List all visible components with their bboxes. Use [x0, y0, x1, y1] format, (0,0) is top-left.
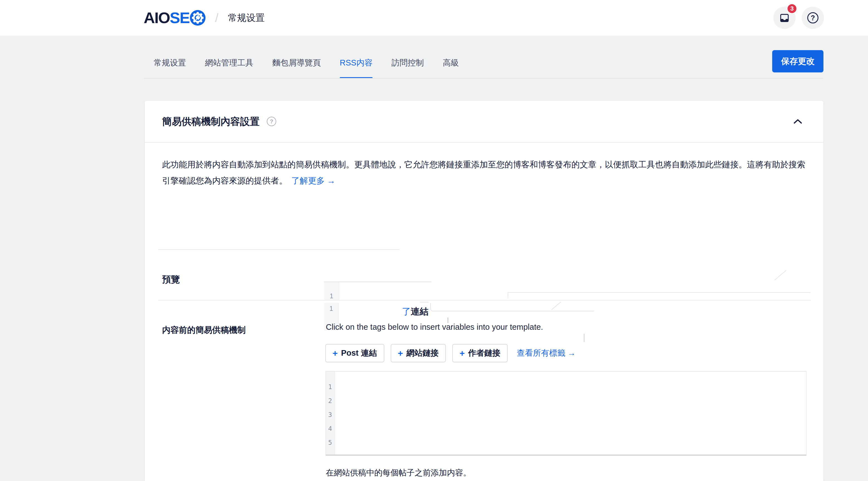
aioseo-settings-page: { "header": { "logo_prefix": "AIO", "log…	[0, 0, 868, 481]
before-content-label: 内容前的簡易供稿機制	[162, 325, 246, 336]
tag-button-label: 網站鏈接	[406, 348, 439, 359]
plus-icon: +	[460, 349, 465, 358]
settings-tabs: 常规设置 網站管理工具 麵包屑導覽頁 RSS内容 訪問控制 高級	[144, 47, 468, 79]
glitch-partial-box	[430, 303, 594, 311]
glitch-line-number-2: 1	[330, 305, 333, 312]
card-header: 簡易供稿機制內容設置 ?	[145, 101, 824, 143]
learn-more-link[interactable]: 了解更多 →	[291, 176, 335, 185]
glitch-line-number-1: 1	[330, 293, 333, 300]
tag-button-label: Post 連結	[341, 348, 377, 359]
glitch-white-box-top	[508, 292, 811, 293]
preview-label: 預覽	[162, 273, 180, 286]
breadcrumb-separator: /	[215, 11, 218, 25]
glitch-cursor-mark-1	[447, 318, 448, 323]
rss-content-settings-card: 簡易供稿機制內容設置 ? 此功能用於將内容自動添加到站點的簡易供稿機制。更具體地…	[145, 101, 824, 481]
glitch-text-blue: 了	[402, 306, 411, 317]
card-body: 此功能用於將内容自動添加到站點的簡易供稿機制。更具體地說，它允許您將鏈接重添加至…	[145, 143, 824, 481]
tab-webmaster-tools[interactable]: 網站管理工具	[195, 47, 263, 79]
gear-logo-icon	[190, 10, 206, 26]
tab-advanced[interactable]: 高級	[433, 47, 468, 79]
collapse-card-button[interactable]	[794, 119, 802, 124]
topbar-actions: 3 ?	[773, 7, 824, 29]
glitch-box-top-edge	[324, 281, 431, 282]
card-help-icon[interactable]: ?	[267, 117, 276, 126]
logo-text-accent: SE	[170, 9, 190, 26]
tag-button-label: 作者鏈接	[468, 348, 500, 359]
glitch-cursor-mark-2	[584, 334, 585, 342]
tag-buttons-row: + Post 連結 + 網站鏈接 + 作者鏈接 查看所有標籤 →	[325, 344, 576, 362]
editor-line-number: 2	[326, 394, 335, 408]
inbox-icon	[779, 13, 789, 23]
glitch-dash	[420, 302, 428, 302]
editor-line-number: 5	[326, 435, 335, 450]
tab-breadcrumbs[interactable]: 麵包屑導覽頁	[263, 47, 330, 79]
tab-rss-content[interactable]: RSS内容	[330, 47, 382, 79]
page-title: 常规设置	[228, 12, 265, 24]
save-changes-button[interactable]: 保存更改	[772, 50, 824, 72]
tab-divider	[144, 78, 824, 79]
editor-line-numbers: 1 2 3 4 5	[326, 371, 335, 455]
glitch-white-box-left	[508, 292, 508, 298]
glitch-text-dark: 連結	[411, 306, 429, 317]
top-bar: AIOSE	[0, 0, 868, 36]
editor-line-number: 1	[326, 380, 335, 394]
logo-text: AIOSE	[144, 10, 189, 26]
tab-access-control[interactable]: 訪問控制	[382, 47, 433, 79]
chevron-up-icon	[794, 119, 802, 124]
tab-general-settings[interactable]: 常规设置	[144, 47, 195, 79]
tag-button-post-link[interactable]: + Post 連結	[325, 344, 384, 362]
row-divider-preview	[158, 300, 811, 301]
row-divider-description	[158, 249, 399, 250]
logo-text-prefix: AIO	[144, 9, 170, 26]
rss-before-editor[interactable]: 1 2 3 4 5	[326, 371, 806, 455]
view-all-tags-link[interactable]: 查看所有標籤 →	[517, 348, 576, 359]
notification-badge: 3	[787, 3, 797, 14]
glitch-preview-text: 了連結	[402, 305, 429, 318]
glitch-diagonal-2	[774, 270, 786, 280]
tag-button-author-link[interactable]: + 作者鏈接	[452, 344, 508, 362]
plus-icon: +	[333, 349, 338, 358]
editor-line-number: 4	[326, 422, 335, 435]
tag-button-site-link[interactable]: + 網站鏈接	[391, 344, 446, 362]
glitch-line-number-gutter-1: 1	[324, 282, 339, 300]
feature-description: 此功能用於將内容自動添加到站點的簡易供稿機制。更具體地說，它允許您將鏈接重添加至…	[162, 156, 811, 189]
description-text: 此功能用於將内容自動添加到站點的簡易供稿機制。更具體地說，它允許您將鏈接重添加至…	[162, 160, 805, 185]
card-title: 簡易供稿機制內容設置	[162, 115, 259, 128]
help-button[interactable]: ?	[802, 7, 824, 29]
before-content-helper: 在網站供稿中的每個帖子之前添加内容。	[326, 468, 471, 479]
plus-icon: +	[398, 349, 403, 358]
editor-content-area[interactable]	[335, 371, 806, 455]
aioseo-logo: AIOSE	[144, 10, 206, 26]
question-mark-icon: ?	[807, 12, 818, 23]
editor-line-number: 3	[326, 408, 335, 422]
notifications-button[interactable]: 3	[773, 7, 796, 29]
before-content-hint: Click on the tags below to insert variab…	[326, 323, 543, 332]
